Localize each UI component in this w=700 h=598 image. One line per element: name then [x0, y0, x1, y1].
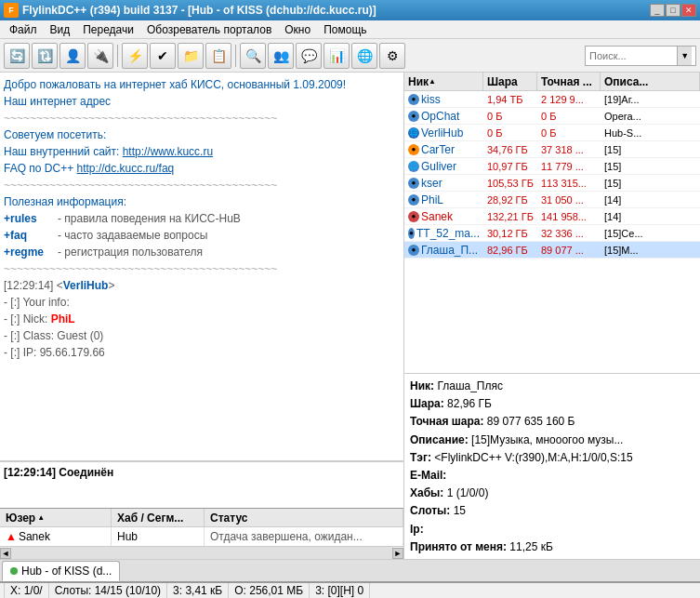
toolbar-btn-connect[interactable]: 🔌	[87, 43, 113, 69]
tab-hub[interactable]: Hub - of KISS (d...	[2, 561, 120, 581]
user-col-exact[interactable]: Точная ...	[537, 73, 601, 90]
sys-yourinfo: - [:] Your info:	[4, 294, 400, 311]
transfer-col-hub[interactable]: Хаб / Сегм...	[112, 509, 205, 526]
h-scroll-track[interactable]	[11, 547, 392, 559]
toolbar-btn-users[interactable]: 👥	[268, 43, 294, 69]
toolbar-btn-web[interactable]: 🌐	[351, 43, 377, 69]
toolbar-btn-action2[interactable]: ✔	[150, 43, 176, 69]
user-row-verlihub[interactable]: 🌐 VerliHub 0 Б 0 Б Hub-S...	[404, 125, 700, 141]
user-exact-opchat: 0 Б	[537, 110, 601, 123]
toolbar-btn-folder[interactable]: 📁	[178, 43, 204, 69]
info-ip-label: Ip:	[410, 523, 424, 536]
user-desc-glasha: [15]М...	[601, 244, 700, 257]
cmd-regme: +regme - регистрация пользователя	[4, 244, 400, 260]
info-sent: Отдано мне:	[410, 556, 694, 559]
user-row-sanek[interactable]: ● Sanek 132,21 ГБ 141 958... [14]	[404, 208, 700, 225]
avatar-glasha: ●	[408, 245, 419, 256]
title-bar: F FlylinkDC++ (r394) build 3137 - [Hub -…	[0, 0, 700, 20]
user-row-phil[interactable]: ● PhiL 28,92 ГБ 31 050 ... [14]	[404, 192, 700, 208]
user-exact-tt52: 32 336 ...	[537, 227, 601, 240]
user-share-phil: 28,92 ГБ	[483, 193, 537, 206]
avatar-kser: ●	[408, 178, 419, 189]
info-tag: Тэг: <FlylinkDC++ V:(r390),M:A,H:1/0/0,S…	[410, 449, 694, 467]
menu-window[interactable]: Окно	[279, 21, 316, 38]
toolbar-sep1	[117, 45, 118, 67]
user-exact-kiss: 2 129 9...	[537, 93, 601, 106]
user-exact-carter: 37 318 ...	[537, 143, 601, 156]
search-dropdown-btn[interactable]: ▼	[677, 47, 692, 65]
info-tag-label: Тэг:	[410, 451, 431, 464]
status-hubs: 3: [0][H] 0	[310, 583, 370, 598]
user-exact-kser: 113 315...	[537, 177, 601, 190]
toolbar-btn-search[interactable]: 🔍	[240, 43, 266, 69]
toolbar-btn-stats[interactable]: 📊	[324, 43, 350, 69]
user-desc-guliver: [15]	[601, 160, 700, 173]
info-nick: Ник: Глаша_Пляс	[410, 378, 694, 395]
transfer-cell-status: Отдача завершена, ожидан...	[205, 527, 403, 546]
menu-view[interactable]: Вид	[45, 21, 76, 38]
user-row-opchat[interactable]: ● OpChat 0 Б 0 Б Opera...	[404, 108, 700, 125]
close-button[interactable]: ✕	[681, 4, 696, 17]
tilde3: ~~~~~~~~~~~~~~~~~~~~~~~~~~~~~~~~~~~~~~~~…	[4, 260, 400, 277]
menu-file[interactable]: Файл	[4, 21, 43, 38]
transfer-col-status[interactable]: Статус	[205, 509, 403, 526]
user-share-tt52: 30,12 ГБ	[483, 227, 537, 240]
user-col-desc[interactable]: Описа...	[601, 73, 700, 90]
user-nick-phil: ● PhiL	[404, 193, 483, 207]
toolbar-btn-refresh2[interactable]: 🔃	[32, 43, 58, 69]
user-row-guliver[interactable]: 🌐 Guliver 10,97 ГБ 11 779 ... [15]	[404, 158, 700, 175]
info-exact-label: Точная шара:	[410, 415, 484, 428]
minimize-button[interactable]: _	[650, 4, 665, 17]
info-email: E-Mail:	[410, 467, 694, 485]
toolbar-btn-action1[interactable]: ⚡	[122, 43, 148, 69]
info-nick-value: Глаша_Пляс	[437, 379, 503, 392]
info-desc-value: [15]Музыка, мнооогоо музы...	[471, 433, 623, 446]
user-share-glasha: 82,96 ГБ	[483, 244, 537, 257]
toolbar-btn-user[interactable]: 👤	[59, 43, 86, 69]
user-row-kiss[interactable]: ● kiss 1,94 ТБ 2 129 9... [19]Аг...	[404, 91, 700, 108]
search-box[interactable]: ▼	[585, 46, 696, 66]
menu-transfers[interactable]: Передачи	[77, 21, 139, 38]
user-row-kser[interactable]: ● kser 105,53 ГБ 113 315... [15]	[404, 175, 700, 192]
toolbar-btn-list[interactable]: 📋	[205, 43, 231, 69]
user-exact-guliver: 11 779 ...	[537, 160, 601, 173]
right-panel: Ник ▲ Шара Точная ... Описа... ● kiss 1,…	[404, 73, 700, 559]
toolbar-btn-refresh1[interactable]: 🔄	[4, 43, 30, 69]
search-input[interactable]	[589, 50, 677, 61]
info-slots: Слоты: 15	[410, 502, 694, 520]
tilde1: ~~~~~~~~~~~~~~~~~~~~~~~~~~~~~~~~~~~~~~~~…	[4, 110, 400, 126]
user-col-share[interactable]: Шара	[483, 73, 537, 90]
user-nick-glasha: ● Глаша_П...	[404, 243, 483, 258]
info-share: Шара: 82,96 ГБ	[410, 395, 694, 413]
transfer-col-user[interactable]: Юзер ▲	[0, 509, 112, 526]
toolbar: 🔄 🔃 👤 🔌 ⚡ ✔ 📁 📋 🔍 👥 💬 📊 🌐 ⚙ ▼	[0, 39, 700, 73]
avatar-verlihub: 🌐	[408, 127, 419, 139]
sys-nick: - [:] Nick: PhiL	[4, 311, 400, 327]
site-link[interactable]: http://www.kucc.ru	[123, 145, 213, 158]
user-col-nick[interactable]: Ник ▲	[404, 73, 483, 90]
info-received-value: 11,25 кБ	[509, 540, 553, 553]
sys-ip: - [:] IP: 95.66.179.66	[4, 344, 400, 361]
faq-link[interactable]: http://dc.kucc.ru/faq	[77, 162, 175, 175]
horizontal-scrollbar[interactable]: ◄ ►	[0, 546, 403, 559]
main-area: Добро пожаловать на интернет хаб КИСС, о…	[0, 73, 700, 559]
info-received-label: Принято от меня:	[410, 540, 507, 553]
user-row-glasha[interactable]: ● Глаша_П... 82,96 ГБ 89 077 ... [15]М..…	[404, 242, 700, 259]
toolbar-btn-settings[interactable]: ⚙	[379, 43, 405, 69]
menu-portals[interactable]: Обозреватель порталов	[141, 21, 277, 38]
menu-help[interactable]: Помощь	[318, 21, 372, 38]
status-size: O: 256,01 МБ	[229, 583, 310, 598]
user-row-carter[interactable]: ● CarTer 34,76 ГБ 37 318 ... [15]	[404, 141, 700, 158]
maximize-button[interactable]: □	[666, 4, 680, 17]
transfer-cell-user: ▲ Sanek	[0, 527, 112, 546]
app-icon: F	[4, 3, 19, 18]
avatar-kiss: ●	[408, 94, 419, 105]
menu-bar: Файл Вид Передачи Обозреватель порталов …	[0, 20, 700, 39]
info-slots-value: 15	[454, 504, 466, 517]
toolbar-btn-chat[interactable]: 💬	[296, 43, 322, 69]
user-list: ● kiss 1,94 ТБ 2 129 9... [19]Аг... ● Op…	[404, 91, 700, 373]
transfer-row[interactable]: ▲ Sanek Hub Отдача завершена, ожидан...	[0, 527, 403, 546]
window-controls[interactable]: _ □ ✕	[650, 4, 696, 17]
user-row-tt52[interactable]: ● TT_52_ma... 30,12 ГБ 32 336 ... [15]Се…	[404, 225, 700, 242]
connection-status: [12:29:14] Соединён	[4, 466, 400, 479]
